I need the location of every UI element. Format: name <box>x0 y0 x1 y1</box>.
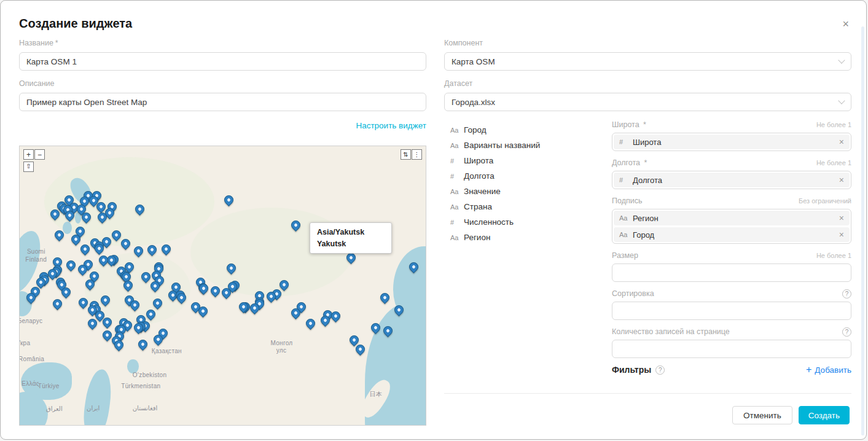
plus-icon: + <box>806 365 811 375</box>
close-icon[interactable]: × <box>839 18 853 30</box>
dataset-field[interactable]: #Численность <box>450 214 612 230</box>
scrollbar[interactable] <box>861 26 864 435</box>
page-title: Создание виджета <box>19 17 132 31</box>
map-canvas[interactable]: SuomiFinlandБеларусУкраRomâniaΕλλάςTürki… <box>19 146 426 426</box>
map-place-label: Oʻzbekiston <box>133 372 167 378</box>
fullscreen-icon[interactable]: ⇧ <box>23 162 34 172</box>
dropzone: Количество записей на странице? <box>612 327 851 358</box>
dropzone: Долгота *Не более 1#Долгота× <box>612 158 851 189</box>
field-chip[interactable]: #Долгота× <box>614 173 850 187</box>
widget-name-input[interactable] <box>19 52 426 71</box>
dataset-value: Города.xlsx <box>452 98 495 107</box>
create-widget-dialog: Создание виджета × Название* Описание На… <box>0 0 867 440</box>
field-chip[interactable]: AaРегион× <box>614 211 850 225</box>
text-type-icon: Aa <box>450 234 464 241</box>
number-type-icon: # <box>450 219 464 226</box>
chip-label: Город <box>633 230 839 240</box>
dataset-field[interactable]: #Долгота <box>450 168 612 184</box>
dataset-field[interactable]: AaВарианты названий <box>450 138 612 153</box>
chip-label: Долгота <box>633 176 839 185</box>
dropzone-area[interactable] <box>612 340 851 358</box>
map-place-label: ایران <box>87 405 100 412</box>
dataset-label: Датасет <box>444 79 851 90</box>
dropzone-label: Широта * <box>612 120 816 129</box>
dataset-field[interactable]: AaСтрана <box>450 199 612 214</box>
text-type-icon: Aa <box>619 214 633 222</box>
add-filter-button[interactable]: + Добавить <box>806 365 851 375</box>
water-area <box>63 222 72 235</box>
field-name: Город <box>464 125 487 135</box>
dropzone-area[interactable] <box>612 263 851 282</box>
text-type-icon: Aa <box>450 203 464 211</box>
cancel-button[interactable]: Отменить <box>732 406 792 424</box>
number-type-icon: # <box>450 157 464 165</box>
limit-hint: Не более 1 <box>816 159 851 166</box>
tooltip-city: Yakutsk <box>317 240 385 248</box>
text-type-icon: Aa <box>619 231 633 238</box>
text-type-icon: Aa <box>450 127 464 134</box>
kebab-menu-icon[interactable]: ⋮ <box>412 149 422 160</box>
field-name: Значение <box>464 187 501 196</box>
field-name: Широта <box>464 156 493 165</box>
map-place-label: Қазақстан <box>152 348 182 354</box>
map-place-label: 日本 <box>370 390 383 399</box>
map-place-label: Suomi <box>27 248 45 255</box>
widget-description-input[interactable] <box>19 93 426 111</box>
dataset-field[interactable]: AaЗначение <box>450 184 612 199</box>
help-icon[interactable]: ? <box>842 327 851 337</box>
field-chip[interactable]: AaГород× <box>614 227 850 242</box>
map-tooltip: Asia/Yakutsk Yakutsk <box>310 222 392 254</box>
map-marker[interactable] <box>222 193 235 206</box>
dataset-field[interactable]: #Широта <box>450 153 612 168</box>
field-name: Численность <box>464 217 514 227</box>
map-marker[interactable] <box>160 243 173 256</box>
dropzone-area[interactable]: #Широта× <box>612 133 851 151</box>
dropzone-label: Подпись <box>612 197 799 205</box>
description-label: Описание <box>19 79 426 90</box>
create-button[interactable]: Создать <box>799 406 850 424</box>
map-marker[interactable] <box>304 317 317 330</box>
map-marker[interactable] <box>136 338 149 351</box>
dropzones: Широта *Не более 1#Широта×Долгота *Не бо… <box>612 120 851 358</box>
component-select[interactable]: Карта OSM <box>444 52 851 71</box>
map-place-label: Türkiye <box>38 383 60 389</box>
map-place-label: Беларус <box>19 318 42 324</box>
dropzone: РазмерНе более 1 <box>612 251 851 282</box>
dropzone-label: Количество записей на странице <box>612 327 842 336</box>
dataset-field[interactable]: AaРегион <box>450 230 612 245</box>
remove-chip-icon[interactable]: × <box>839 138 844 146</box>
required-mark: * <box>641 120 646 129</box>
required-mark: * <box>642 158 647 167</box>
dataset-field[interactable]: AaГород <box>450 122 612 138</box>
dataset-select[interactable]: Города.xlsx <box>444 93 851 111</box>
map-marker[interactable] <box>378 291 391 304</box>
dropzone-area[interactable] <box>612 302 851 320</box>
configure-widget-link[interactable]: Настроить виджет <box>356 121 426 130</box>
dropzone-label: Размер <box>612 251 816 260</box>
map-place-label: Finland <box>25 256 47 263</box>
left-column: Название* Описание Настроить виджет <box>19 39 426 426</box>
dropzone-area[interactable]: AaРегион×AaГород× <box>612 209 851 244</box>
number-type-icon: # <box>450 173 464 180</box>
water-area <box>81 368 114 426</box>
required-mark: * <box>55 39 58 47</box>
map-marker[interactable] <box>65 259 77 271</box>
map-place-label: العراق <box>46 405 63 412</box>
remove-chip-icon[interactable]: × <box>839 230 844 239</box>
dropzone-label: Сортировка <box>612 289 842 298</box>
map-marker[interactable] <box>50 297 63 310</box>
component-value: Карта OSM <box>452 57 495 66</box>
zoom-in-button[interactable]: + <box>23 149 34 160</box>
text-type-icon: Aa <box>450 142 464 149</box>
remove-chip-icon[interactable]: × <box>839 214 844 222</box>
map-place-label: Укра <box>19 340 30 346</box>
help-icon[interactable]: ? <box>842 289 851 299</box>
zoom-out-button[interactable]: − <box>34 149 45 160</box>
filters-help-icon[interactable]: ? <box>655 365 665 375</box>
dropzone-label: Долгота * <box>612 158 816 167</box>
component-label: Компонент <box>444 39 851 49</box>
sort-icon[interactable]: ⇅ <box>401 149 411 160</box>
field-chip[interactable]: #Широта× <box>614 135 850 149</box>
remove-chip-icon[interactable]: × <box>839 176 844 184</box>
dropzone-area[interactable]: #Долгота× <box>612 171 851 189</box>
